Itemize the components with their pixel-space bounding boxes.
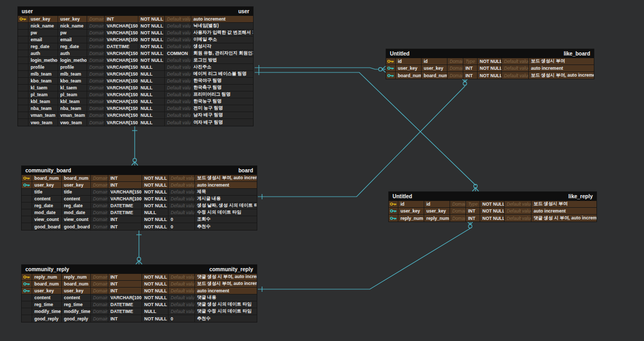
- column-comment-cell[interactable]: auto increment: [191, 16, 253, 22]
- column-domain-cell[interactable]: Domain: [87, 119, 105, 126]
- column-null-cell[interactable]: NULL: [138, 91, 165, 98]
- column-null-cell[interactable]: NOT NULL: [478, 58, 502, 64]
- table-row-login_method[interactable]: login_methodlogin_methodDomainVARCHAR(15…: [18, 57, 253, 64]
- column-logical-cell[interactable]: board_num: [62, 281, 91, 287]
- column-type-cell[interactable]: VARCHAR(1000): [108, 294, 142, 301]
- column-default-cell[interactable]: Default value: [165, 119, 191, 126]
- column-domain-cell[interactable]: Domain: [91, 202, 108, 209]
- column-comment-cell[interactable]: 이메일 주소: [191, 36, 253, 43]
- column-type-cell[interactable]: VARCHAR(150): [105, 23, 138, 29]
- column-logical-cell[interactable]: reg_date: [58, 43, 87, 50]
- column-logical-cell[interactable]: kbl_team: [58, 98, 87, 105]
- table-community_reply[interactable]: community_replycommunity_replyreply_numr…: [21, 264, 257, 322]
- column-comment-cell[interactable]: auto increment: [529, 65, 594, 71]
- column-null-cell[interactable]: NOT NULL: [142, 294, 169, 301]
- column-name-cell[interactable]: user_key: [29, 16, 58, 22]
- column-comment-cell[interactable]: 보드 생성시 부여, auto increment: [529, 72, 594, 79]
- column-comment-cell[interactable]: 조회수: [195, 216, 257, 223]
- table-row-user_key[interactable]: user_keyuser_keyDomainINTNOT NULLDefault…: [389, 208, 596, 215]
- column-name-cell[interactable]: kbl_team: [29, 98, 58, 105]
- column-comment-cell[interactable]: 추천수: [195, 223, 257, 230]
- column-name-cell[interactable]: content: [32, 294, 62, 301]
- column-null-cell[interactable]: NULL: [138, 85, 165, 91]
- column-type-cell[interactable]: DATETIME: [108, 308, 142, 315]
- column-default-cell[interactable]: Default value: [165, 105, 191, 112]
- column-default-cell[interactable]: 0: [169, 315, 195, 322]
- column-default-cell[interactable]: Default value: [169, 301, 195, 308]
- column-default-cell[interactable]: Default value: [165, 16, 191, 22]
- column-name-cell[interactable]: mod_date: [32, 209, 62, 216]
- column-name-cell[interactable]: vman_team: [29, 112, 58, 118]
- column-domain-cell[interactable]: Domain: [91, 209, 108, 216]
- column-domain-cell[interactable]: Domain: [87, 105, 105, 112]
- column-domain-cell[interactable]: Domain: [87, 36, 105, 43]
- column-name-cell[interactable]: user_key: [396, 65, 422, 71]
- column-domain-cell[interactable]: Domain: [87, 112, 105, 118]
- column-type-cell[interactable]: INT: [463, 72, 478, 79]
- column-name-cell[interactable]: user_key: [32, 288, 62, 294]
- table-row-user_key[interactable]: user_keyuser_keyDomainINTNOT NULLDefault…: [22, 182, 257, 189]
- table-row-id[interactable]: ididDomainTypeNOT NULLDefault value보드 생성…: [386, 58, 594, 65]
- column-comment-cell[interactable]: 닉네임(별칭): [191, 23, 253, 29]
- table-row-reg_date[interactable]: reg_datereg_dateDomainDATETIMENOT NULLDe…: [22, 202, 257, 209]
- column-logical-cell[interactable]: user_key: [58, 16, 87, 22]
- table-row-view_count[interactable]: view_countview_countDomainINTNOT NULL0조회…: [22, 216, 257, 223]
- table-row-kl_taem[interactable]: kl_taemkl_taemDomainVARCHAR(150)NULLDefa…: [18, 85, 253, 91]
- column-type-cell[interactable]: INT: [466, 208, 480, 214]
- column-name-cell[interactable]: view_count: [32, 216, 62, 223]
- table-row-reply_num[interactable]: reply_numreply_numDomainINTNOT NULLDefau…: [389, 215, 596, 222]
- column-type-cell[interactable]: INT: [108, 281, 142, 287]
- column-null-cell[interactable]: NOT NULL: [138, 23, 165, 29]
- column-type-cell[interactable]: VARCHAR(150): [105, 71, 138, 77]
- column-logical-cell[interactable]: view_count: [62, 216, 91, 223]
- column-default-cell[interactable]: Default value: [169, 175, 195, 181]
- column-logical-cell[interactable]: title: [62, 189, 91, 195]
- column-null-cell[interactable]: NOT NULL: [142, 202, 169, 209]
- column-name-cell[interactable]: vwo_team: [29, 119, 58, 126]
- erd-canvas[interactable]: useruseruser_keyuser_keyDomainINTNOT NUL…: [0, 0, 644, 341]
- column-null-cell[interactable]: NOT NULL: [142, 281, 169, 287]
- column-comment-cell[interactable]: 사진주소: [191, 64, 253, 70]
- column-domain-cell[interactable]: Domain: [87, 43, 105, 50]
- column-logical-cell[interactable]: login_method: [58, 57, 87, 63]
- column-type-cell[interactable]: VARCHAR(150): [105, 50, 138, 57]
- table-row-user_key[interactable]: user_keyuser_keyDomainINTNOT NULLDefault…: [22, 288, 257, 294]
- column-comment-cell[interactable]: 댓글 수정 시의 데이트 타임: [195, 308, 257, 315]
- column-domain-cell[interactable]: Domain: [87, 85, 105, 91]
- column-domain-cell[interactable]: Domain: [87, 98, 105, 105]
- table-community_board[interactable]: community_boardboardboard_numboard_numDo…: [21, 165, 257, 231]
- column-type-cell[interactable]: VARCAHR(150): [105, 64, 138, 70]
- column-domain-cell[interactable]: Domain: [91, 301, 108, 308]
- column-comment-cell[interactable]: 댓글 생성 시의 데이트 타임: [195, 301, 257, 308]
- column-default-cell[interactable]: Default value: [169, 274, 195, 280]
- column-comment-cell[interactable]: 생성 날짜, 생성 시의 데이트 타임: [195, 202, 257, 209]
- column-name-cell[interactable]: reg_time: [32, 301, 62, 308]
- column-comment-cell[interactable]: 생성시각: [191, 43, 253, 50]
- column-null-cell[interactable]: NOT NULL: [142, 175, 169, 181]
- column-null-cell[interactable]: NOT NULL: [138, 43, 165, 50]
- table-row-title[interactable]: titletitleDomainVARCHAR(150)NOT NULLDefa…: [22, 189, 257, 196]
- column-name-cell[interactable]: reply_num: [398, 215, 424, 222]
- column-logical-cell[interactable]: good_board: [62, 223, 91, 230]
- column-type-cell[interactable]: DATETIME: [105, 43, 138, 50]
- column-type-cell[interactable]: INT: [108, 175, 142, 181]
- column-name-cell[interactable]: board_num: [32, 281, 62, 287]
- column-comment-cell[interactable]: 한국야구 팀명: [191, 78, 253, 84]
- column-null-cell[interactable]: NOT NULL: [142, 216, 169, 223]
- relation-user-like_board[interactable]: [255, 65, 386, 72]
- column-logical-cell[interactable]: reply_num: [62, 274, 91, 280]
- column-comment-cell[interactable]: 전미 농구 팀명: [191, 105, 253, 112]
- column-null-cell[interactable]: NULL: [138, 119, 165, 126]
- column-domain-cell[interactable]: Domain: [87, 16, 105, 22]
- column-name-cell[interactable]: pw: [29, 30, 58, 36]
- column-name-cell[interactable]: profile: [29, 64, 58, 70]
- table-header[interactable]: Untitledlike_board: [386, 49, 594, 58]
- column-logical-cell[interactable]: id: [424, 201, 450, 207]
- column-domain-cell[interactable]: Domain: [91, 315, 108, 322]
- relation-community_board-like_board[interactable]: [258, 78, 468, 199]
- column-logical-cell[interactable]: vman_team: [58, 112, 87, 118]
- column-null-cell[interactable]: NOT NULL: [142, 182, 169, 188]
- column-type-cell[interactable]: VARCHAR(150): [105, 30, 138, 36]
- column-name-cell[interactable]: reg_date: [32, 202, 62, 209]
- table-row-nick_name[interactable]: nick_namenick_nameDomainVARCHAR(150)NOT …: [18, 23, 253, 30]
